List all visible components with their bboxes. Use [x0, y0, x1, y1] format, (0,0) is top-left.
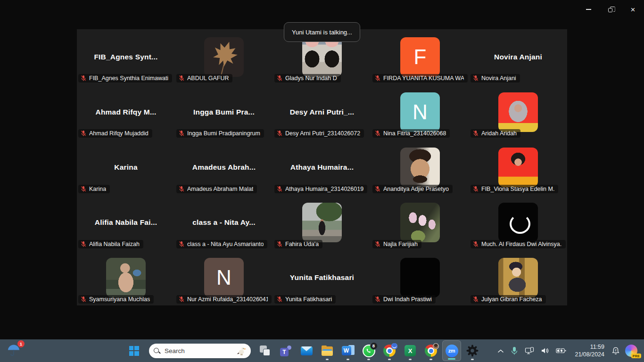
participant-tile[interactable]: Alifia Nabila Fai...Alifia Nabila Faizah — [77, 195, 175, 250]
participant-tile[interactable]: Amadeus Abrah...Amadeus Abraham Malat — [175, 140, 273, 195]
muted-mic-icon — [276, 75, 283, 82]
running-indicator — [367, 359, 370, 360]
tray-microphone-in-use[interactable] — [507, 341, 521, 360]
teams-icon: T — [280, 345, 292, 356]
participant-tile[interactable]: FFIRDA YUANITA KUSUMA WA... — [371, 29, 469, 84]
participant-tile[interactable]: Ahmad Rifqy M...Ahmad Rifqy Mujaddid — [77, 84, 175, 140]
muted-mic-icon — [80, 241, 87, 247]
participant-tile[interactable]: Syamsuriyana Muchlas — [77, 250, 175, 305]
taskbar-app-chrome[interactable] — [380, 340, 399, 361]
file-explorer-icon — [321, 346, 333, 356]
muted-mic-icon — [80, 296, 87, 303]
participant-tile[interactable]: Novira AnjaniNovira Anjani — [469, 29, 567, 84]
participant-tile[interactable]: Julyan Gibran Facheza — [469, 250, 567, 305]
participant-tile[interactable]: Dwi Indah Prastiwi — [371, 250, 469, 305]
participant-tile[interactable]: NNina Fitria_2314026068 — [371, 84, 469, 140]
tray-battery-button[interactable] — [553, 341, 570, 360]
participant-display-name: Yunita Fatikhasari — [290, 273, 354, 282]
participant-tile[interactable]: class a - Nita Ay...class a - Nita Ayu A… — [175, 195, 273, 250]
close-icon: × — [631, 6, 636, 14]
muted-mic-icon — [374, 186, 381, 192]
tray-notifications-button[interactable]: z — [608, 341, 623, 360]
running-indicator — [326, 359, 329, 360]
participant-name-label: Aridah Aridah — [471, 129, 520, 138]
participant-tile[interactable]: ABDUL GAFUR — [175, 29, 273, 84]
taskbar-app-file-explorer[interactable] — [318, 340, 337, 361]
tray-cast-button[interactable] — [521, 341, 537, 360]
participant-name-label: Novira Anjani — [471, 74, 520, 82]
cast-display-icon — [525, 347, 534, 354]
taskbar-app-zoom[interactable]: zm — [442, 340, 461, 361]
participant-label-text: Ananditya Adjie Prasetyo — [383, 186, 449, 192]
participant-label-text: Karina — [89, 186, 106, 192]
chrome-profile-avatar — [433, 343, 439, 349]
participant-name-label: Desy Arni Putri_2314026072 — [274, 129, 364, 138]
participant-video-thumbnail — [204, 37, 244, 77]
participant-name-label: Yunita Fatikhasari — [274, 295, 336, 304]
participant-tile[interactable]: Athaya Humaira...Athaya Humaira_23140260… — [273, 140, 371, 195]
participant-label-text: FIB_Viona Stasya Edelin M. — [481, 186, 554, 192]
muted-mic-icon — [178, 75, 185, 82]
muted-mic-icon — [472, 186, 479, 192]
start-button[interactable] — [124, 340, 143, 361]
whatsapp-unread-badge: 8 — [370, 342, 378, 350]
microphone-icon — [511, 346, 518, 355]
tray-volume-button[interactable] — [537, 341, 553, 360]
taskbar-app-mail[interactable] — [297, 340, 316, 361]
participant-letter-avatar: N — [204, 258, 244, 297]
participant-tile[interactable]: NNur Azmi Rufaida_2314026041 — [175, 250, 273, 305]
participant-tile[interactable]: Yunita FatikhasariYunita Fatikhasari — [273, 250, 371, 305]
tray-chevron-button[interactable] — [494, 341, 507, 360]
participant-display-name: Ingga Bumi Pra... — [193, 108, 255, 116]
participant-name-label: Much. Al Firdaus Dwi Alvinsya... — [471, 240, 566, 248]
running-indicator — [429, 359, 432, 360]
participant-video-thumbnail — [302, 37, 342, 77]
taskbar-app-word[interactable]: W — [339, 340, 357, 361]
participant-label-text: ABDUL GAFUR — [187, 75, 229, 82]
speaker-icon — [541, 347, 549, 354]
taskbar-app-excel[interactable]: X — [401, 340, 420, 361]
taskbar-app-whatsapp[interactable]: 8 — [359, 340, 378, 361]
participant-label-text: Amadeus Abraham Malat — [187, 186, 253, 192]
taskbar-app-chrome-profile[interactable] — [421, 340, 440, 361]
search-label: Search — [165, 347, 185, 354]
task-view-button[interactable] — [256, 340, 274, 361]
muted-mic-icon — [472, 296, 479, 303]
muted-mic-icon — [472, 130, 479, 137]
participant-label-text: Alifia Nabila Faizah — [89, 241, 140, 247]
taskbar-app-teams[interactable]: T — [276, 340, 295, 361]
muted-mic-icon — [80, 186, 87, 192]
participant-tile[interactable]: Ingga Bumi Pra...Ingga Bumi Pradipaningr… — [175, 84, 273, 140]
participant-label-text: Nina Fitria_2314026068 — [383, 130, 446, 137]
participant-tile[interactable]: Aridah Aridah — [469, 84, 567, 140]
muted-mic-icon — [472, 75, 479, 82]
participant-tile[interactable]: FIB_Viona Stasya Edelin M. — [469, 140, 567, 195]
muted-mic-icon — [374, 75, 381, 82]
participant-tile[interactable]: Najla Farijiah — [371, 195, 469, 250]
restore-icon — [608, 8, 612, 12]
participant-tile[interactable]: KarinaKarina — [77, 140, 175, 195]
participant-tile[interactable]: Much. Al Firdaus Dwi Alvinsya... — [469, 195, 567, 250]
excel-icon: X — [405, 345, 416, 356]
restore-button[interactable] — [600, 0, 622, 19]
participant-label-text: class a - Nita Ayu Asmarianto — [187, 241, 264, 247]
participant-tile[interactable]: Desy Arni Putri_...Desy Arni Putri_23140… — [273, 84, 371, 140]
search-icon — [153, 347, 160, 354]
participant-label-text: Dwi Indah Prastiwi — [383, 296, 432, 303]
taskbar-app-settings[interactable] — [463, 340, 482, 361]
minimize-button[interactable] — [578, 0, 600, 19]
participant-video-thumbnail — [498, 92, 538, 132]
tray-clock[interactable]: 11:59 21/08/2024 — [570, 343, 608, 358]
participant-name-label: Gladys Nur Indah D — [274, 74, 341, 82]
muted-mic-icon — [276, 241, 283, 247]
tray-date: 21/08/2024 — [575, 351, 604, 358]
participant-tile[interactable]: FIB_Agnes Synt...FIB_Agnes Synthia Enima… — [77, 29, 175, 84]
copilot-button[interactable]: PRE — [625, 345, 637, 357]
participant-tile[interactable]: Ananditya Adjie Prasetyo — [371, 140, 469, 195]
search-box[interactable]: Search — [149, 344, 251, 358]
participant-name-label: Alifia Nabila Faizah — [78, 240, 143, 248]
participant-tile[interactable]: Fahira Uda'a — [273, 195, 371, 250]
close-button[interactable]: × — [622, 0, 644, 19]
participant-name-label: Julyan Gibran Facheza — [471, 295, 546, 304]
weather-widget-button[interactable]: 1 — [7, 343, 23, 359]
